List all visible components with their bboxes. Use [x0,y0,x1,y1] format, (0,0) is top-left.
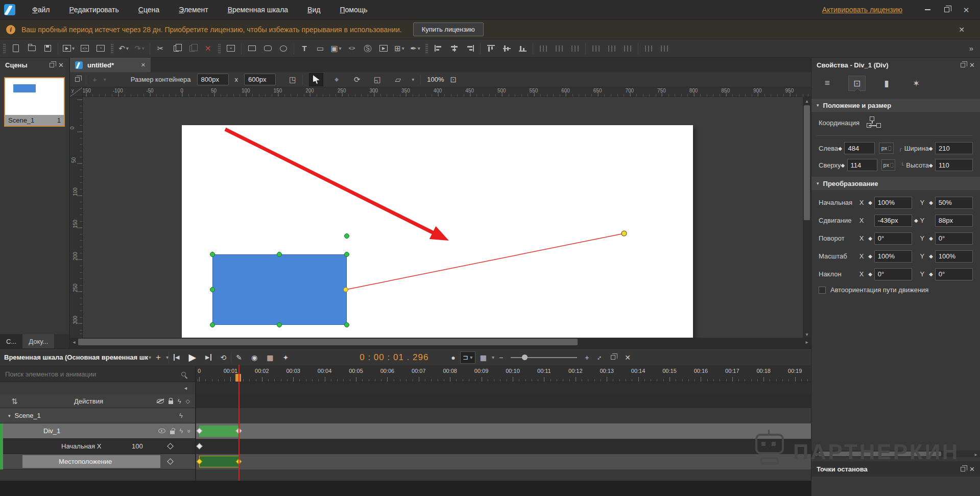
timeline-row-initial-x[interactable]: Начальная X 100 [0,439,811,454]
close-panel-icon[interactable]: ✕ [969,61,975,69]
close-button[interactable]: ✕ [957,0,976,20]
div-tool-button[interactable]: ▭ [315,42,326,55]
keyframe-diamond-icon[interactable]: ◆ [927,253,935,259]
autosave-button[interactable]: ◔ [95,42,106,55]
save-button[interactable] [42,42,53,55]
keyframe-diamond-icon[interactable]: ◆ [866,253,874,259]
autoorient-row[interactable]: Автоориентация пути движения [819,286,928,294]
lock-open-icon[interactable] [170,431,175,434]
float-panel-icon[interactable] [961,467,965,471]
loop-icon[interactable]: ⟲ [221,353,227,362]
record-icon[interactable]: ◉ [251,353,257,362]
section-position-size[interactable]: ▾ Положение и размер [811,99,980,112]
canvas-horizontal-scrollbar[interactable]: ◂ ▸ [70,338,811,346]
scroll-right-icon[interactable]: ▸ [803,338,811,345]
rectangle-tool-button[interactable] [246,42,257,55]
tab-element-list[interactable]: ≡ [819,76,836,91]
float-panel-icon[interactable] [50,63,54,67]
scene-thumbnail-card[interactable]: Scene_1 1 [4,77,65,127]
scale-tool-button[interactable]: ◱ [370,73,385,86]
chevron-down-icon[interactable]: ▾ [418,45,420,51]
insert-group-button[interactable]: + [225,42,236,55]
transform-x-input[interactable]: 100% [874,250,912,263]
grid-icon[interactable]: ▦ [480,353,487,362]
video-tool-button[interactable]: ▶ [378,42,389,55]
align-center-button[interactable] [448,42,460,55]
symbol-tool-button[interactable]: Ⓢ [362,42,373,55]
resize-scene-icon[interactable]: ◳ [289,76,296,83]
properties-horizontal-scrollbar[interactable]: ◂ ▸ [811,451,980,457]
menu-item-3[interactable]: Элемент [169,0,218,20]
align-middle-button[interactable] [501,42,512,55]
timeline-search[interactable]: Поиск элементов и анимации [0,366,195,382]
eye-icon[interactable] [158,429,165,433]
section-transform[interactable]: ▾ Преобразование [811,177,980,190]
align-left-button[interactable] [433,42,444,55]
marker-icon[interactable]: ● [451,353,455,362]
chevron-down-icon[interactable]: ▾ [402,45,404,51]
keyframe-diamond-icon[interactable]: ◆ [866,235,874,241]
collapse-left-icon[interactable]: ◄ [183,386,188,391]
chevron-down-icon[interactable]: ▾ [412,77,414,82]
add-animation-icon[interactable]: + [156,352,161,363]
document-tab[interactable]: untitled* ✕ [70,58,151,72]
scroll-down-icon[interactable]: ▾ [803,330,811,338]
canvas-vertical-scrollbar[interactable]: ▴ ▾ [803,97,811,338]
align-right-button[interactable] [464,42,475,55]
buy-license-button[interactable]: Купить лицензию [413,22,484,36]
scroll-thumb[interactable] [819,452,941,456]
transform-x-input[interactable]: 0° [874,268,912,280]
property-row-value[interactable]: 100 [132,442,143,450]
play-icon[interactable]: ▶ [188,351,196,363]
animation-icon[interactable]: ϟ [179,412,183,419]
keyframe-diamond-icon[interactable]: ◆ [929,162,935,168]
activate-license-link[interactable]: Активировать лицензию [822,6,902,14]
animation-icon[interactable]: ϟ [179,428,183,434]
tab-styles[interactable]: ▮ [878,76,895,91]
resize-handle-bottom-left[interactable] [210,322,215,327]
transform-y-input[interactable]: 50% [935,197,973,209]
delete-button[interactable]: ✕ [202,42,213,55]
float-panel-icon[interactable] [961,63,965,67]
motion-path-start-point[interactable] [343,287,348,292]
select-tool-button[interactable] [309,73,323,86]
menu-item-1[interactable]: Редактировать [59,0,128,20]
fit-screen-icon[interactable]: ⊡ [450,76,457,83]
cut-button[interactable]: ✂ [155,42,166,55]
skip-to-start-icon[interactable]: ◀ [174,354,179,361]
publish-button[interactable]: <> [79,42,90,55]
workspace-icon[interactable] [75,77,80,82]
transform-x-input[interactable]: -436px [874,215,912,227]
redo-button[interactable]: ↷▾ [134,42,145,55]
chevron-down-icon[interactable]: ▾ [492,355,494,360]
animation-bar-location[interactable] [199,456,239,467]
chevron-down-icon[interactable]: ▾ [126,45,129,51]
chevron-down-icon[interactable]: ▾ [339,45,342,51]
trial-close-icon[interactable]: ✕ [959,26,965,33]
expand-panel-icon[interactable]: ↕ [596,353,604,361]
preview-button[interactable]: ▶▾ [63,42,75,55]
vertical-scroll-thumb[interactable] [804,105,810,220]
snap-toggle[interactable]: ⊐▾ [460,351,475,364]
timeline-row-location[interactable]: Местоположение [0,454,811,469]
close-panel-icon[interactable]: ✕ [625,353,631,362]
add-keyframe-icon[interactable] [167,458,174,465]
tab-effects[interactable]: ✶ [907,76,925,91]
keyframe-diamond-icon[interactable]: ◆ [866,271,874,277]
transform-x-input[interactable]: 0° [874,232,912,245]
top-unit-toggle[interactable]: px [881,159,896,171]
float-panel-icon[interactable] [611,355,615,360]
container-height-input[interactable]: 600px [244,74,276,85]
resize-handle-top-right[interactable] [344,252,349,257]
keyframe-diamond-icon[interactable]: ◆ [866,200,874,205]
rotate-handle[interactable] [344,233,349,239]
restore-button[interactable] [937,0,957,20]
collapse-arrow-icon[interactable]: ▾ [8,413,11,418]
keyframe-diamond-icon[interactable]: ◆ [838,146,844,151]
left-input[interactable]: 484 [844,142,875,154]
coordination-icon[interactable] [867,116,882,129]
resize-handle-middle-left[interactable] [210,287,215,292]
skip-to-end-icon[interactable]: ▶ [205,354,211,361]
scroll-right-icon[interactable]: ▸ [972,451,980,458]
align-bottom-button[interactable] [517,42,528,55]
